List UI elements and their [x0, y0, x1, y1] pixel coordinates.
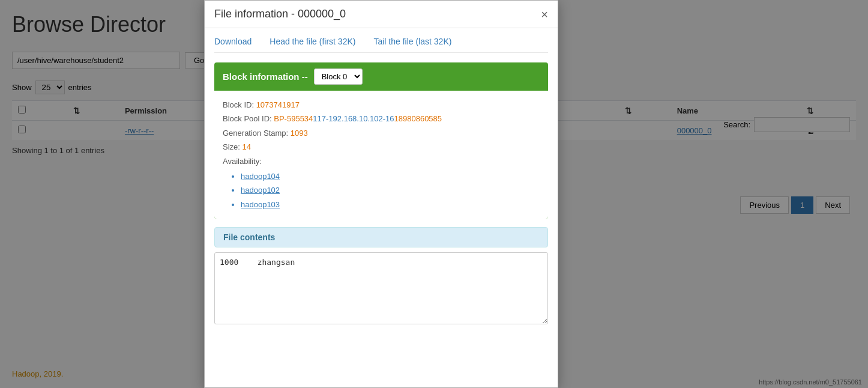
- file-links-row: Download Head the file (first 32K) Tail …: [214, 37, 548, 53]
- pool-id-part2: 117-192.168.10.102-16: [313, 114, 394, 123]
- block-panel-header: Block information -- Block 0: [214, 62, 548, 91]
- availability-label: Availability:: [223, 157, 262, 166]
- pool-id-row: Block Pool ID: BP-595534117-192.168.10.1…: [223, 112, 540, 126]
- block-info-label: Block information --: [223, 71, 308, 82]
- modal-header: File information - 000000_0 ×: [205, 1, 558, 28]
- pool-id-part3: 18980860585: [394, 114, 442, 123]
- generation-value: 1093: [291, 129, 308, 138]
- block-panel: Block information -- Block 0 Block ID: 1…: [214, 62, 548, 219]
- availability-row: Availability: hadoop104 hadoop102 hadoop…: [223, 154, 540, 212]
- size-label: Size:: [223, 142, 240, 151]
- file-contents-label: File contents: [223, 232, 275, 242]
- head-link[interactable]: Head the file (first 32K): [270, 37, 355, 46]
- pool-id-label: Block Pool ID:: [223, 114, 272, 123]
- file-info-modal: File information - 000000_0 × Download H…: [204, 0, 558, 388]
- avail-node-1[interactable]: hadoop104: [241, 169, 540, 183]
- availability-list: hadoop104 hadoop102 hadoop103: [241, 169, 540, 211]
- size-row: Size: 14: [223, 140, 540, 154]
- tail-link[interactable]: Tail the file (last 32K): [373, 37, 451, 46]
- block-info-body: Block ID: 1073741917 Block Pool ID: BP-5…: [214, 91, 548, 219]
- file-contents-panel: File contents: [214, 227, 548, 247]
- modal-close-button[interactable]: ×: [541, 8, 548, 20]
- block-id-label: Block ID:: [223, 100, 254, 109]
- block-select[interactable]: Block 0: [314, 68, 363, 85]
- file-contents-textarea[interactable]: 1000 zhangsan: [214, 252, 548, 324]
- generation-label: Generation Stamp:: [223, 129, 288, 138]
- avail-node-3[interactable]: hadoop103: [241, 198, 540, 211]
- modal-title: File information - 000000_0: [214, 8, 346, 20]
- avail-node-2[interactable]: hadoop102: [241, 183, 540, 197]
- block-id-value: 1073741917: [256, 100, 300, 109]
- block-id-row: Block ID: 1073741917: [223, 98, 540, 112]
- size-value: 14: [243, 142, 251, 151]
- generation-row: Generation Stamp: 1093: [223, 126, 540, 140]
- pool-id-part1: BP-595534: [274, 114, 313, 123]
- download-link[interactable]: Download: [214, 37, 252, 46]
- modal-body: Download Head the file (first 32K) Tail …: [205, 28, 558, 335]
